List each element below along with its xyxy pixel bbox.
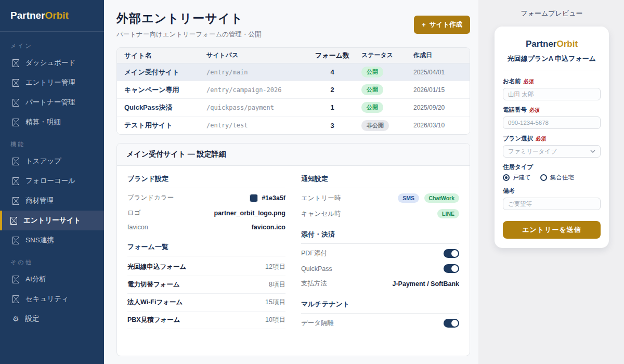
nav-section-main: メイン [0, 34, 104, 53]
notification-settings-section: 通知設定 エントリー時 SMS ChatWork キャンセル時 LINE [301, 174, 459, 222]
main-content: 外部エントリーサイト パートナー向けエントリーフォームの管理・公開 + サイト作… [104, 0, 478, 364]
form-list-item[interactable]: 光回線申込フォーム 12項目 [127, 258, 285, 276]
phone-input[interactable] [503, 116, 601, 129]
site-name: テスト用サイト [124, 121, 206, 130]
chevron-down-icon [590, 150, 595, 153]
form-name: 光回線申込フォーム [127, 263, 186, 271]
payment-method-value: J-Payment / SoftBank [392, 280, 459, 288]
create-site-button[interactable]: + サイト作成 [414, 16, 470, 34]
sidebar-item-settings[interactable]: ⚙ 設定 [0, 309, 104, 329]
table-header-row: サイト名 サイトパス フォーム数 ステータス 作成日 [117, 48, 470, 63]
note-field: 備考 [503, 187, 601, 210]
table-row-test-site[interactable]: テスト用サイト /entry/test 3 非公開 2026/03/10 [117, 116, 470, 134]
form-list-item[interactable]: 法人Wi-Fiフォーム 15項目 [127, 294, 285, 311]
site-path: /quickpass/payment [206, 104, 303, 111]
radio-unselected-icon [540, 174, 547, 181]
on-cancel-label: キャンセル時 [301, 210, 341, 218]
sidebar-item-label: 設定 [25, 314, 40, 323]
brand-color-label: ブランドカラー [127, 193, 174, 202]
detail-right-column: 通知設定 エントリー時 SMS ChatWork キャンセル時 LINE [301, 174, 459, 339]
form-title: 光回線プランA 申込フォーム [503, 54, 601, 63]
page-subtitle: パートナー向けエントリーフォームの管理・公開 [116, 30, 262, 39]
created-date: 2026/03/10 [413, 122, 462, 129]
data-isolation-row: データ隔離 [301, 316, 459, 331]
site-path: /entry/campaign-2026 [206, 86, 303, 94]
notification-settings-heading: 通知設定 [301, 174, 459, 188]
sidebar-item-label: エントリー管理 [25, 78, 75, 87]
favicon-label: favicon [127, 224, 148, 231]
data-isolation-label: データ隔離 [301, 319, 334, 328]
sidebar-item-entry-management[interactable]: エントリー管理 [0, 73, 104, 93]
sidebar-item-settlement[interactable]: 精算・明細 [0, 112, 104, 132]
brand-settings-section: ブランド設定 ブランドカラー #1e3a5f ロゴ partner_orbit_… [127, 174, 285, 234]
sidebar-item-follow-call[interactable]: フォローコール [0, 171, 104, 191]
attachment-payment-heading: 添付・決済 [301, 230, 459, 244]
sidebar-item-ai-analysis[interactable]: AI分析 [0, 269, 104, 289]
detail-left-column: ブランド設定 ブランドカラー #1e3a5f ロゴ partner_orbit_… [127, 174, 285, 339]
settlement-icon [12, 119, 19, 126]
brand-color-value: #1e3a5f [262, 194, 285, 202]
form-logo-primary: Partner [526, 39, 557, 49]
sidebar-item-partner-management[interactable]: パートナー管理 [0, 93, 104, 112]
table-row-main-site[interactable]: メイン受付サイト /entry/main 4 公開 2025/04/01 [117, 63, 470, 81]
name-input[interactable] [503, 88, 601, 100]
site-path: /entry/main [206, 69, 303, 76]
submit-entry-button[interactable]: エントリーを送信 [503, 221, 601, 239]
preview-panel-title: フォームプレビュー [495, 9, 609, 18]
required-mark: 必須 [536, 136, 546, 141]
radio-apartment[interactable]: 集合住宅 [540, 174, 574, 181]
sidebar-item-dashboard[interactable]: ダッシュボード [0, 53, 104, 73]
detail-panel-title: メイン受付サイト ― 設定詳細 [117, 144, 470, 166]
on-entry-label: エントリー時 [301, 194, 341, 203]
table-row-campaign-site[interactable]: キャンペーン専用 /entry/campaign-2026 2 公開 2026/… [117, 81, 470, 99]
sites-table: サイト名 サイトパス フォーム数 ステータス 作成日 メイン受付サイト /ent… [116, 47, 470, 135]
dashboard-icon [12, 59, 19, 67]
form-list-heading: フォーム一覧 [127, 242, 285, 256]
radio-selected-icon [503, 174, 510, 181]
multitenant-section: マルチテナント データ隔離 [301, 300, 459, 331]
column-header-created: 作成日 [413, 51, 462, 60]
radio-detached-house[interactable]: 戸建て [503, 174, 531, 181]
sidebar-item-sns[interactable]: SNS連携 [0, 230, 104, 250]
brand-color-swatch [250, 194, 258, 202]
sidebar-item-label: ダッシュボード [25, 58, 75, 68]
form-logo: PartnerOrbit [503, 39, 601, 49]
page-title: 外部エントリーサイト [116, 10, 262, 27]
data-isolation-toggle[interactable] [444, 319, 459, 328]
table-row-quickpass-site[interactable]: QuickPass決済 /quickpass/payment 1 公開 2025… [117, 99, 470, 116]
quickpass-toggle[interactable] [444, 264, 459, 273]
sidebar-item-label: セキュリティ [25, 294, 69, 304]
form-count: 4 [303, 68, 361, 76]
name-field: お名前必須 [503, 77, 601, 100]
name-field-label: お名前 [503, 78, 521, 84]
form-list-item[interactable]: 電力切替フォーム 8項目 [127, 276, 285, 294]
status-badge: 公開 [361, 102, 383, 113]
form-field-count: 15項目 [265, 298, 285, 307]
form-list-item[interactable]: PBX見積フォーム 10項目 [127, 311, 285, 329]
sidebar-item-product-management[interactable]: 商材管理 [0, 191, 104, 211]
partner-management-icon [12, 99, 19, 107]
form-preview-card: PartnerOrbit 光回線プランA 申込フォーム お名前必須 電話番号必須… [495, 27, 609, 248]
radio-label: 戸建て [513, 174, 531, 181]
logo-label: ロゴ [127, 209, 141, 217]
sidebar-item-label: 商材管理 [25, 196, 54, 205]
radio-label: 集合住宅 [550, 174, 574, 181]
phone-field: 電話番号必須 [503, 106, 601, 129]
sidebar-item-entry-site[interactable]: エントリーサイト [0, 211, 104, 230]
status-badge: 公開 [361, 84, 383, 95]
plan-select[interactable]: ファミリータイプ [503, 145, 601, 158]
product-management-icon [12, 197, 19, 205]
sidebar-item-toss-up[interactable]: トスアップ [0, 151, 104, 171]
sidebar-item-label: SNS連携 [25, 236, 54, 245]
brand-settings-heading: ブランド設定 [127, 174, 285, 188]
sidebar-item-security[interactable]: セキュリティ [0, 289, 104, 309]
quickpass-row: QuickPass [301, 261, 459, 276]
payment-method-row: 支払方法 J-Payment / SoftBank [301, 276, 459, 291]
note-input[interactable] [503, 198, 601, 210]
form-name: PBX見積フォーム [127, 316, 180, 324]
status-badge: 公開 [361, 67, 383, 77]
pdf-attach-toggle[interactable] [444, 249, 459, 258]
favicon-value: favicon.ico [252, 224, 285, 231]
chatwork-badge: ChatWork [424, 193, 459, 203]
divider [503, 71, 601, 71]
